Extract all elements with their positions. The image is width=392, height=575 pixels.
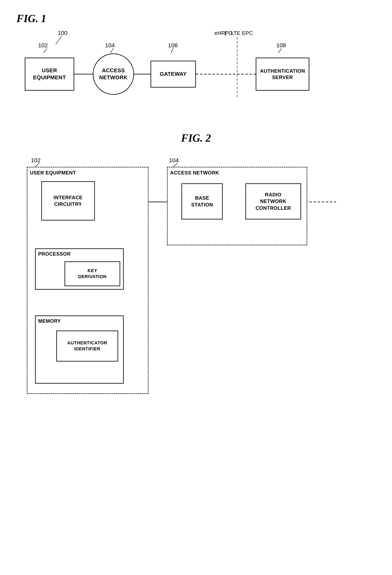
ref-106: 106 bbox=[168, 42, 178, 48]
memory-label: MEMORY bbox=[38, 318, 61, 324]
rnc-box: RADIONETWORKCONTROLLER bbox=[245, 183, 301, 219]
ref-104: 104 bbox=[105, 42, 115, 48]
auth-server-box: AUTHENTICATIONSERVER bbox=[256, 58, 309, 91]
ue-ref-label: 102 bbox=[31, 157, 41, 164]
interface-circuitry-box: INTERFACECIRCUITRY bbox=[41, 181, 95, 220]
ue-box-label: USER EQUIPMENT bbox=[30, 170, 76, 176]
an-ref-arrow bbox=[173, 163, 177, 167]
fig1-diagram: 100 eHRPD | LTE EPC 102 104 106 bbox=[17, 29, 375, 115]
ref-100-label: 100 bbox=[58, 30, 67, 36]
ref-106-arrow bbox=[171, 48, 173, 53]
ref-102-arrow bbox=[43, 48, 47, 53]
ref-102: 102 bbox=[38, 42, 48, 48]
access-network-circle: ACCESSNETWORK bbox=[93, 53, 134, 95]
key-derivation-box: KEYDERIVATION bbox=[65, 261, 120, 286]
ref-108: 108 bbox=[276, 42, 286, 48]
an-box-label: ACCESS NETWORK bbox=[170, 170, 219, 176]
memory-box: MEMORY AUTHENTICATORIDENTIFIER bbox=[35, 315, 124, 383]
processor-label: PROCESSOR bbox=[38, 251, 71, 257]
ue-ref-arrow bbox=[35, 163, 39, 167]
fig1-title: FIG. 1 bbox=[17, 12, 375, 24]
fig2-section: FIG. 2 102 104 204 210 212 bbox=[17, 132, 375, 404]
ref-100-arrow bbox=[56, 36, 62, 44]
gateway-box: GATEWAY bbox=[151, 61, 196, 88]
separator-label: | bbox=[225, 30, 226, 36]
fig2-diagram: 102 104 204 210 212 200 220 bbox=[17, 157, 375, 404]
base-station-box: BASESTATION bbox=[181, 183, 223, 219]
ref-108-arrow bbox=[278, 48, 282, 53]
processor-box: PROCESSOR KEYDERIVATION bbox=[35, 248, 124, 290]
lte-label: LTE EPC bbox=[231, 30, 253, 36]
user-equipment-box: USEREQUIPMENT bbox=[25, 58, 74, 91]
ref-104-arrow bbox=[110, 48, 113, 53]
authenticator-identifier-box: AUTHENTICATORIDENTIFIER bbox=[56, 331, 118, 361]
an-ref-label: 104 bbox=[169, 157, 179, 164]
fig2-title: FIG. 2 bbox=[17, 132, 375, 144]
page: FIG. 1 100 eHRPD | LTE EPC 102 104 bbox=[0, 0, 392, 575]
fig1-section: FIG. 1 100 eHRPD | LTE EPC 102 104 bbox=[17, 12, 375, 115]
ehrpd-label: eHRPD bbox=[215, 30, 233, 36]
